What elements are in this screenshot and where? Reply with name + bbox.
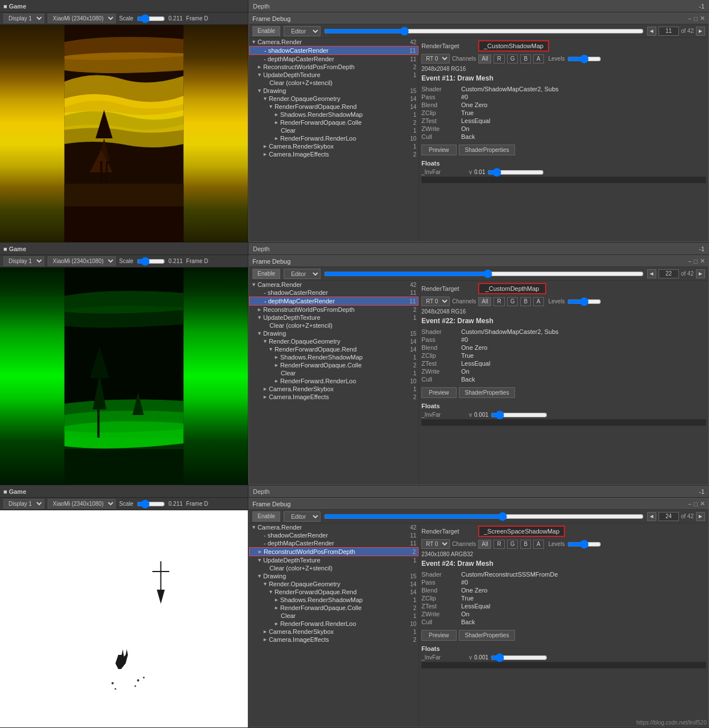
ch-all-btn-1[interactable]: All <box>478 297 491 306</box>
ch-g-btn-1[interactable]: G <box>507 297 518 306</box>
ch-a-btn-2[interactable]: A <box>533 540 544 549</box>
tree-item-1-3[interactable]: ReconstructWorldPosFromDepth 2 <box>249 306 419 314</box>
frame-num-input-0[interactable] <box>659 27 679 36</box>
shader-props-btn-1[interactable]: ShaderProperties <box>459 387 516 398</box>
frame-slider-2[interactable] <box>324 514 644 519</box>
tree-item-1-14[interactable]: Camera.ImageEffects 2 <box>249 393 419 401</box>
close-btn-2[interactable]: ✕ <box>700 500 705 507</box>
tree-item-0-0[interactable]: Camera.Render 42 <box>249 38 419 46</box>
tree-item-0-1[interactable]: - shadowCasterRender 11 <box>249 46 419 55</box>
tree-item-0-11[interactable]: Clear 1 <box>249 126 419 134</box>
tree-item-2-3[interactable]: ReconstructWorldPosFromDepth 2 <box>249 547 419 556</box>
minimize-btn-2[interactable]: − <box>688 500 691 507</box>
tree-item-0-6[interactable]: Drawing 15 <box>249 87 419 95</box>
tree-item-1-13[interactable]: Camera.RenderSkybox 1 <box>249 385 419 393</box>
frame-next-btn-1[interactable]: ► <box>696 269 705 278</box>
tree-item-0-8[interactable]: RenderForwardOpaque.Rend 14 <box>249 103 419 111</box>
scale-slider-1[interactable] <box>137 259 165 264</box>
minimize-btn-1[interactable]: − <box>688 257 691 265</box>
editor-select-1[interactable]: Editor <box>284 269 320 279</box>
editor-select-2[interactable]: Editor <box>284 511 320 522</box>
tree-item-1-5[interactable]: Clear (color+Z+stencil) <box>249 321 419 329</box>
tree-item-2-5[interactable]: Clear (color+Z+stencil) <box>249 564 419 572</box>
tree-item-2-12[interactable]: RenderForward.RenderLoo 10 <box>249 620 419 628</box>
tree-item-2-11[interactable]: Clear 1 <box>249 612 419 620</box>
scrollbar-h-0[interactable] <box>421 176 706 183</box>
maximize-btn-1[interactable]: □ <box>694 257 698 265</box>
tree-item-1-10[interactable]: RenderForwardOpaque.Colle 2 <box>249 361 419 369</box>
game-tab-0[interactable]: ■ Game <box>3 3 26 10</box>
tree-item-1-9[interactable]: Shadows.RenderShadowMap 1 <box>249 353 419 361</box>
tree-item-1-6[interactable]: Drawing 15 <box>249 329 419 337</box>
tree-item-2-1[interactable]: - shadowCasterRender 11 <box>249 531 419 539</box>
frame-slider-0[interactable] <box>324 28 644 34</box>
close-btn-1[interactable]: ✕ <box>700 257 705 265</box>
tree-item-0-12[interactable]: RenderForward.RenderLoo 10 <box>249 134 419 142</box>
maximize-btn-0[interactable]: □ <box>694 15 698 22</box>
levels-slider-1[interactable] <box>567 299 601 304</box>
tree-item-0-5[interactable]: Clear (color+Z+stencil) <box>249 79 419 87</box>
frame-next-btn-0[interactable]: ► <box>696 27 705 36</box>
tree-item-0-14[interactable]: Camera.ImageEffects 2 <box>249 150 419 158</box>
preview-btn-1[interactable]: Preview <box>421 387 457 398</box>
float-slider-1[interactable] <box>491 412 547 418</box>
scrollbar-h-1[interactable] <box>421 419 706 426</box>
frame-prev-btn-1[interactable]: ◄ <box>647 269 656 278</box>
enable-btn-2[interactable]: Enable <box>252 511 280 522</box>
game-tab-2[interactable]: ■ Game <box>3 488 26 495</box>
tree-item-0-13[interactable]: Camera.RenderSkybox 1 <box>249 142 419 150</box>
frame-num-input-1[interactable] <box>659 269 679 278</box>
preview-btn-2[interactable]: Preview <box>421 630 457 641</box>
levels-slider-2[interactable] <box>567 541 601 547</box>
tree-item-1-1[interactable]: - shadowCasterRender 11 <box>249 289 419 297</box>
frame-slider-1[interactable] <box>324 271 644 277</box>
ch-r-btn-0[interactable]: R <box>493 54 504 64</box>
close-btn-0[interactable]: ✕ <box>700 15 705 22</box>
ch-b-btn-2[interactable]: B <box>520 540 531 549</box>
tree-item-0-10[interactable]: RenderForwardOpaque.Colle 2 <box>249 118 419 126</box>
ch-g-btn-2[interactable]: G <box>507 540 518 549</box>
minimize-btn-0[interactable]: − <box>688 15 691 22</box>
tree-item-2-14[interactable]: Camera.ImageEffects 2 <box>249 636 419 644</box>
tree-item-2-7[interactable]: Render.OpaqueGeometry 14 <box>249 580 419 588</box>
display-select-1[interactable]: Display 1 <box>3 256 44 266</box>
shader-props-btn-2[interactable]: ShaderProperties <box>459 630 516 641</box>
ch-g-btn-0[interactable]: G <box>507 54 518 64</box>
tree-item-2-0[interactable]: Camera.Render 42 <box>249 523 419 531</box>
shader-props-btn-0[interactable]: ShaderProperties <box>459 145 516 155</box>
resolution-select-0[interactable]: XiaoMi (2340x1080) <box>48 14 116 23</box>
ch-a-btn-1[interactable]: A <box>533 297 544 306</box>
ch-all-btn-2[interactable]: All <box>478 540 491 549</box>
enable-btn-0[interactable]: Enable <box>252 26 280 36</box>
preview-btn-0[interactable]: Preview <box>421 145 457 155</box>
tree-item-1-7[interactable]: Render.OpaqueGeometry 14 <box>249 337 419 345</box>
editor-select-0[interactable]: Editor <box>284 26 320 36</box>
scrollbar-h-2[interactable] <box>421 662 706 668</box>
resolution-select-1[interactable]: XiaoMi (2340x1080) <box>48 256 116 266</box>
resolution-select-2[interactable]: XiaoMi (2340x1080) <box>48 499 116 509</box>
tree-item-0-2[interactable]: - depthMapCasterRender 11 <box>249 55 419 63</box>
enable-btn-1[interactable]: Enable <box>252 269 280 279</box>
scale-slider-2[interactable] <box>137 501 165 507</box>
tree-item-2-13[interactable]: Camera.RenderSkybox 1 <box>249 628 419 636</box>
tree-item-2-10[interactable]: RenderForwardOpaque.Colle 2 <box>249 604 419 612</box>
tree-item-2-6[interactable]: Drawing 15 <box>249 572 419 580</box>
frame-next-btn-2[interactable]: ► <box>696 512 705 521</box>
rt-rt-select-1[interactable]: RT 0 <box>421 297 450 306</box>
display-select-0[interactable]: Display 1 <box>3 14 44 23</box>
scale-slider-0[interactable] <box>137 16 165 22</box>
levels-slider-0[interactable] <box>567 56 601 62</box>
tree-item-0-4[interactable]: UpdateDepthTexture 1 <box>249 71 419 79</box>
tree-item-0-7[interactable]: Render.OpaqueGeometry 14 <box>249 95 419 103</box>
float-slider-0[interactable] <box>487 170 544 175</box>
display-select-2[interactable]: Display 1 <box>3 499 44 509</box>
tree-item-1-12[interactable]: RenderForward.RenderLoo 10 <box>249 377 419 385</box>
frame-prev-btn-0[interactable]: ◄ <box>647 27 656 36</box>
tree-item-1-2[interactable]: - depthMapCasterRender 11 <box>249 297 419 306</box>
tree-item-1-8[interactable]: RenderForwardOpaque.Rend 14 <box>249 345 419 353</box>
tree-item-1-4[interactable]: UpdateDepthTexture 1 <box>249 314 419 321</box>
ch-r-btn-1[interactable]: R <box>493 297 504 306</box>
tree-item-0-9[interactable]: Shadows.RenderShadowMap 1 <box>249 111 419 118</box>
ch-b-btn-0[interactable]: B <box>520 54 531 64</box>
tree-item-1-11[interactable]: Clear 1 <box>249 369 419 377</box>
